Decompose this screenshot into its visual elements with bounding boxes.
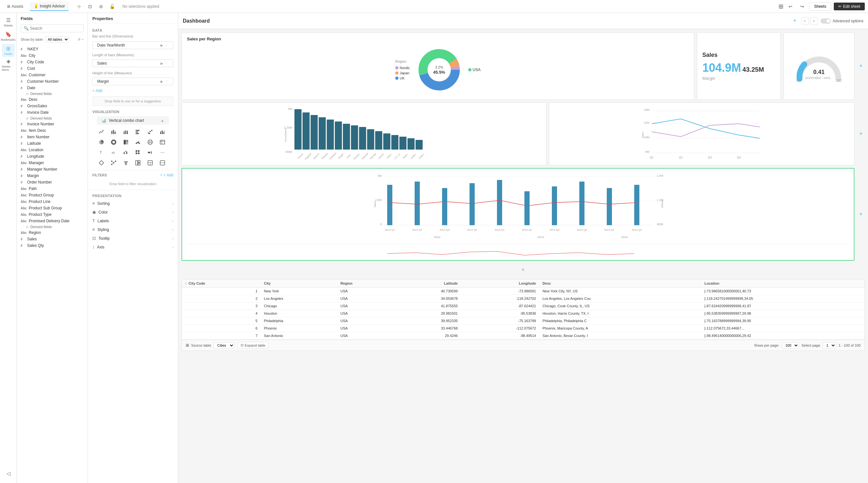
table-row[interactable]: 7 San Antonio USA 29.4246 -98.49514 San … xyxy=(182,332,864,339)
viz-bullet[interactable] xyxy=(146,148,155,157)
field-manager[interactable]: Abc Manager xyxy=(17,160,88,166)
field-longitude[interactable]: # Longitude xyxy=(17,153,88,160)
add-filter-button[interactable]: + + Add xyxy=(160,173,174,177)
add-field-icon[interactable]: + xyxy=(82,37,84,42)
sales-row[interactable]: Sales ▶ ⋮ xyxy=(92,59,174,67)
search-input[interactable] xyxy=(30,26,81,31)
pres-sorting[interactable]: ≡ Sorting › xyxy=(88,199,178,208)
viz-scatter[interactable] xyxy=(146,127,155,136)
pres-axis[interactable]: ↕ Axis › xyxy=(88,243,178,251)
lasso-tool[interactable]: ⊡ xyxy=(86,2,95,11)
field-desc[interactable]: Abc Desc xyxy=(17,96,88,103)
viz-geo[interactable] xyxy=(97,158,106,168)
nav-sheets[interactable]: ☰ Sheets xyxy=(2,16,15,28)
table-row[interactable]: 1 New York USA 40.730599 -73.986581 New … xyxy=(182,288,864,295)
field-sales-qty[interactable]: # Sales Qty xyxy=(17,242,88,249)
viz-dropdown-icon[interactable]: ▲ xyxy=(160,118,164,123)
field-order-number[interactable]: # Order Number xyxy=(17,179,88,185)
field-customer[interactable]: Abc Customer xyxy=(17,72,88,78)
viz-network[interactable] xyxy=(109,158,118,168)
viz-horizontal-bar[interactable] xyxy=(133,127,143,136)
edit-sheet-button[interactable]: ✏ Edit sheet xyxy=(834,3,865,10)
field-city[interactable]: Abc City xyxy=(17,52,88,59)
viz-text[interactable]: T xyxy=(97,148,106,157)
field-derived-1[interactable]: ⊘ Derived fields xyxy=(17,91,88,96)
table-scroll[interactable]: ↕ City Code City Region Latitude Longitu… xyxy=(182,279,864,339)
field-derived-2[interactable]: ⊘ Derived fields xyxy=(17,116,88,121)
sheets-button[interactable]: Sheets xyxy=(809,2,831,11)
redo-button[interactable]: ↪ xyxy=(798,2,807,11)
field-date[interactable]: # Date xyxy=(17,85,88,91)
expand-table-button[interactable]: ⊡ Expand table xyxy=(238,342,268,349)
col-longitude[interactable]: Longitude xyxy=(461,279,539,288)
field-path[interactable]: Abc Path xyxy=(17,185,88,192)
viz-gauge[interactable] xyxy=(133,138,143,147)
pres-labels[interactable]: T Labels › xyxy=(88,216,178,225)
viz-waterfall[interactable] xyxy=(121,148,130,157)
field-manager-number[interactable]: # Manager Number xyxy=(17,166,88,173)
advanced-options-toggle[interactable] xyxy=(820,19,831,24)
viz-table[interactable] xyxy=(158,138,167,147)
field-region[interactable]: Abc Region xyxy=(17,230,88,236)
assets-tab[interactable]: ⊞ Assets xyxy=(3,2,27,11)
add-row-button[interactable]: + xyxy=(520,265,527,275)
nav-master-items[interactable]: ◈ Master Items xyxy=(2,58,15,71)
field-item-desc[interactable]: Abc Item Desc xyxy=(17,127,88,134)
field-grosssales[interactable]: # GrossSales xyxy=(17,103,88,109)
add-field-button[interactable]: + Add xyxy=(88,87,178,95)
add-right-button[interactable]: + xyxy=(857,32,865,100)
field-customer-number[interactable]: # Customer Number xyxy=(17,78,88,85)
margin-row[interactable]: Margin ▶ ⋮ xyxy=(92,78,174,85)
viz-treemap[interactable] xyxy=(121,138,130,147)
add-chart-button[interactable]: + xyxy=(791,16,799,26)
date-year-month-row[interactable]: Date.YearMonth ▶ ⋮ xyxy=(92,41,174,49)
field-location[interactable]: Abc Location xyxy=(17,147,88,153)
col-location[interactable]: Location xyxy=(702,279,864,288)
table-row[interactable]: 5 Philadelphia USA 39.952335 -75.163789 … xyxy=(182,317,864,325)
field-invoice-date[interactable]: # Invoice Date xyxy=(17,109,88,116)
field-margin[interactable]: # Margin xyxy=(17,173,88,179)
viz-more[interactable]: ··· xyxy=(158,148,167,157)
row-menu-icon[interactable]: ⋮ xyxy=(165,61,168,66)
add-right-button-2[interactable]: + xyxy=(857,102,865,165)
viz-funnel[interactable] xyxy=(121,158,130,168)
viz-combo-chart[interactable] xyxy=(158,127,167,136)
table-row[interactable]: 6 Phoenix USA 33.446768 -112.075672 Phoe… xyxy=(182,325,864,332)
insight-advisor-tab[interactable]: 💡 Insight Advisor xyxy=(30,2,69,11)
row-expand-icon[interactable]: ▶ xyxy=(160,61,163,66)
viz-bar-chart[interactable] xyxy=(109,127,118,136)
field-item-number[interactable]: # Item Number xyxy=(17,134,88,140)
viz-map[interactable] xyxy=(146,138,155,147)
grid-icon[interactable]: ⊞ xyxy=(779,3,783,10)
page-select[interactable]: 1 xyxy=(823,342,836,349)
viz-extension-1[interactable] xyxy=(133,158,143,168)
pres-styling[interactable]: ≡ Styling › xyxy=(88,225,178,234)
col-city[interactable]: City xyxy=(260,279,337,288)
nav-fields[interactable]: ⊞ Fields xyxy=(2,44,15,57)
table-row[interactable]: 2 Los Angeles USA 34.053678 -118.242702 … xyxy=(182,295,864,302)
tables-select[interactable]: All tables xyxy=(45,36,69,43)
row-menu-icon[interactable]: ⋮ xyxy=(165,43,168,48)
field-derived-3[interactable]: ⊘ Derived fields xyxy=(17,224,88,230)
field-product-line[interactable]: Abc Product Line xyxy=(17,199,88,205)
row-expand-icon[interactable]: ▶ xyxy=(160,80,163,84)
add-right-button-3[interactable]: + xyxy=(857,168,865,261)
viz-selected[interactable]: 📊 Vertical combo chart ▲ xyxy=(97,116,169,125)
select-tool[interactable]: ⊹ xyxy=(74,2,84,11)
next-page-button[interactable]: › xyxy=(810,17,818,25)
field-product-group[interactable]: Abc Product Group xyxy=(17,192,88,199)
field-cost[interactable]: # Cost xyxy=(17,65,88,72)
pres-color[interactable]: ◉ Color › xyxy=(88,208,178,216)
source-table-select[interactable]: Cities xyxy=(213,342,235,349)
viz-donut-chart[interactable] xyxy=(109,138,118,147)
rows-per-page-select[interactable]: 100 50 25 xyxy=(782,342,799,349)
viz-line-chart[interactable] xyxy=(97,127,106,136)
nav-bookmarks[interactable]: 🔖 Bookmarks xyxy=(2,30,15,43)
field-sales[interactable]: # Sales xyxy=(17,236,88,242)
field-key[interactable]: # %KEY xyxy=(17,46,88,52)
field-city-code[interactable]: # City Code xyxy=(17,59,88,65)
nav-collapse[interactable]: ◁ xyxy=(2,467,15,480)
field-invoice-number[interactable]: # Invoice Number xyxy=(17,121,88,127)
pres-tooltip[interactable]: ⊡ Tooltip › xyxy=(88,234,178,243)
refresh-icon[interactable]: ↺ xyxy=(78,37,81,42)
